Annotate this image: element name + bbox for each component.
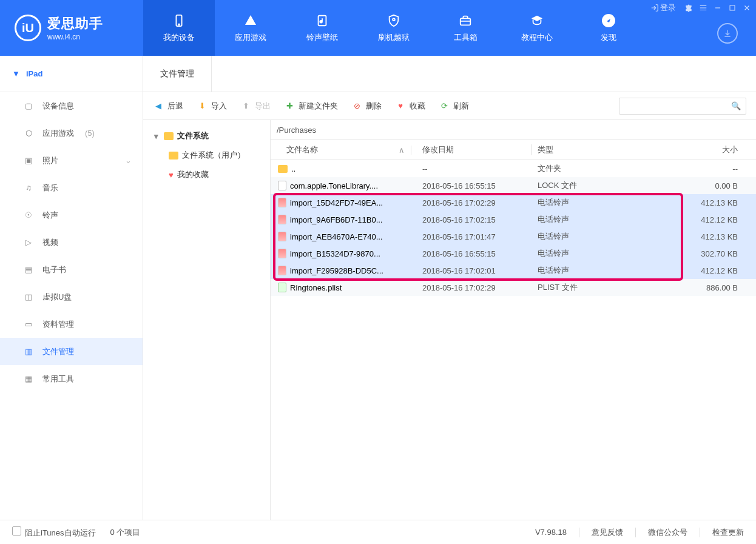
- file-row[interactable]: import_B15324D7-9870...2018-05-16 16:55:…: [271, 245, 756, 262]
- sidebar-item-music[interactable]: ♫音乐: [0, 174, 143, 201]
- file-rows: ..--文件夹--com.apple.ToneLibrary....2018-0…: [271, 160, 756, 520]
- update-link[interactable]: 检查更新: [712, 527, 744, 538]
- apps-icon: ⬡: [23, 129, 34, 138]
- device-icon: [171, 13, 187, 29]
- file-name: import_F295928B-DD5C...: [290, 266, 383, 275]
- file-size: 412.12 KB: [653, 215, 756, 224]
- file-row[interactable]: import_AEB4670A-E740...2018-05-16 17:01:…: [271, 228, 756, 245]
- logo-title: 爱思助手: [47, 15, 103, 33]
- file-row[interactable]: com.apple.ToneLibrary....2018-05-16 16:5…: [271, 177, 756, 194]
- caret-icon: ▾: [154, 132, 160, 141]
- export-button[interactable]: ⬆导出: [240, 101, 271, 112]
- app-header: 登录 iU 爱思助手 www.i4.cn 我的设备 应用游戏 铃声壁纸 刷机越狱: [0, 0, 756, 56]
- wechat-link[interactable]: 微信公众号: [648, 527, 687, 538]
- sub-tab-row: 文件管理: [143, 56, 756, 92]
- device-header[interactable]: ▼ iPad: [0, 56, 143, 92]
- feedback-link[interactable]: 意见反馈: [592, 527, 623, 538]
- nav-apps[interactable]: 应用游戏: [215, 0, 286, 56]
- import-icon: ⬇: [197, 101, 208, 112]
- tree-user-fs[interactable]: 文件系统（用户）: [143, 146, 270, 165]
- file-size: 302.70 KB: [653, 249, 756, 258]
- caret-down-icon: ▼: [12, 69, 20, 78]
- sub-tab-files[interactable]: 文件管理: [143, 56, 212, 92]
- file-type: 电话铃声: [532, 214, 653, 225]
- nav-discover[interactable]: 发现: [573, 0, 644, 56]
- file-size: 412.13 KB: [653, 198, 756, 207]
- nav-jailbreak[interactable]: 刷机越狱: [358, 0, 430, 56]
- main-panel: 文件管理 ◀后退 ⬇导入 ⬆导出 ✚新建文件夹 ⊘删除 ♥收藏 ⟳刷新 🔍 ▾文…: [143, 56, 756, 520]
- nav-tutorials[interactable]: 教程中心: [501, 0, 573, 56]
- file-type-icon: [278, 215, 286, 224]
- sidebar-item-data[interactable]: ▭资料管理: [0, 311, 143, 338]
- search-input[interactable]: 🔍: [619, 98, 746, 115]
- back-button[interactable]: ◀后退: [153, 101, 183, 112]
- maximize-icon[interactable]: [727, 2, 738, 13]
- file-row[interactable]: import_F295928B-DD5C...2018-05-16 17:02:…: [271, 262, 756, 279]
- file-area: ▾文件系统 文件系统（用户） ♥我的收藏 /Purchases 文件名称∧ 修改…: [143, 120, 756, 520]
- file-row[interactable]: ..--文件夹--: [271, 160, 756, 177]
- separator: [579, 528, 579, 537]
- logo-area: iU 爱思助手 www.i4.cn: [0, 0, 143, 56]
- sidebar-item-info[interactable]: ▢设备信息: [0, 92, 143, 119]
- login-label: 登录: [660, 2, 676, 13]
- skin-icon[interactable]: [683, 2, 694, 13]
- minimize-icon[interactable]: [712, 2, 723, 13]
- sidebar-item-photos[interactable]: ▣照片⌄: [0, 147, 143, 174]
- sidebar-item-videos[interactable]: ▷视频: [0, 229, 143, 256]
- app-body: ▼ iPad ▢设备信息 ⬡应用游戏(5) ▣照片⌄ ♫音乐 ☉铃声 ▷视频 ▤…: [0, 56, 756, 520]
- login-button[interactable]: 登录: [650, 2, 676, 13]
- svg-point-2: [178, 24, 180, 25]
- file-row[interactable]: import_15D42FD7-49EA...2018-05-16 17:02:…: [271, 194, 756, 211]
- heart-icon: ♥: [169, 170, 174, 180]
- file-size: 0.00 B: [653, 181, 756, 190]
- sidebar-item-apps[interactable]: ⬡应用游戏(5): [0, 119, 143, 147]
- file-size: --: [653, 164, 756, 173]
- export-icon: ⬆: [240, 101, 251, 112]
- delete-button[interactable]: ⊘删除: [351, 101, 382, 112]
- file-name: import_B15324D7-9870...: [290, 249, 380, 258]
- file-name: ..: [291, 164, 295, 173]
- menu-icon[interactable]: [698, 2, 709, 13]
- tree-favorites[interactable]: ♥我的收藏: [143, 165, 270, 184]
- import-button[interactable]: ⬇导入: [197, 101, 227, 112]
- file-type: 电话铃声: [532, 265, 653, 276]
- path-bar: /Purchases: [271, 120, 756, 139]
- sidebar-item-tools[interactable]: ▦常用工具: [0, 365, 143, 392]
- col-date[interactable]: 修改日期: [416, 144, 532, 155]
- file-type: PLIST 文件: [532, 282, 653, 293]
- logo-text: 爱思助手 www.i4.cn: [47, 15, 103, 41]
- block-itunes-toggle[interactable]: 阻止iTunes自动运行: [12, 526, 96, 539]
- book-icon: ▤: [23, 265, 34, 274]
- photo-icon: ▣: [23, 156, 34, 165]
- refresh-button[interactable]: ⟳刷新: [439, 101, 469, 112]
- folder-tree: ▾文件系统 文件系统（用户） ♥我的收藏: [143, 120, 271, 520]
- sidebar-item-udisk[interactable]: ◫虚拟U盘: [0, 283, 143, 311]
- sidebar-item-files[interactable]: ▥文件管理: [0, 338, 143, 365]
- download-button[interactable]: [717, 23, 738, 44]
- col-name[interactable]: 文件名称∧: [271, 144, 416, 155]
- file-date: 2018-05-16 17:02:29: [416, 198, 532, 207]
- sidebar-item-ebooks[interactable]: ▤电子书: [0, 256, 143, 283]
- col-size[interactable]: 大小: [653, 144, 756, 155]
- sidebar-item-ringtones[interactable]: ☉铃声: [0, 201, 143, 229]
- nav-ringtones[interactable]: 铃声壁纸: [286, 0, 358, 56]
- nav-my-device[interactable]: 我的设备: [143, 0, 215, 56]
- file-date: 2018-05-16 17:02:15: [416, 215, 532, 224]
- file-name: import_AEB4670A-E740...: [290, 232, 382, 241]
- compass-icon: [601, 13, 616, 29]
- file-row[interactable]: import_9A6FB6D7-11B0...2018-05-16 17:02:…: [271, 211, 756, 228]
- new-folder-button[interactable]: ✚新建文件夹: [284, 101, 338, 112]
- nav-toolbox[interactable]: 工具箱: [430, 0, 501, 56]
- heart-icon: ♥: [395, 101, 406, 112]
- item-count: 0 个项目: [110, 527, 141, 538]
- music-icon: ♫: [23, 183, 34, 192]
- file-row[interactable]: Ringtones.plist2018-05-16 17:02:29PLIST …: [271, 279, 756, 296]
- favorite-button[interactable]: ♥收藏: [395, 101, 425, 112]
- usb-icon: ◫: [23, 292, 34, 301]
- close-icon[interactable]: [741, 2, 752, 13]
- col-type[interactable]: 类型: [532, 144, 653, 155]
- tree-root[interactable]: ▾文件系统: [143, 126, 270, 146]
- svg-point-4: [320, 21, 322, 23]
- folder-icon: [164, 132, 174, 140]
- file-date: 2018-05-16 16:55:15: [416, 181, 532, 190]
